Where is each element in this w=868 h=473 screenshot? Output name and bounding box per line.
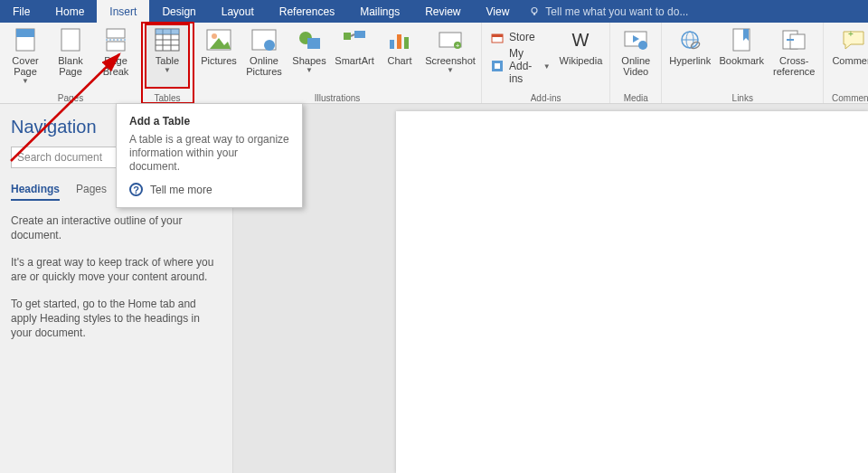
blank-page-button[interactable]: Blank Page	[49, 24, 92, 88]
comment-label: Comment	[832, 55, 868, 66]
svg-rect-23	[354, 31, 365, 38]
svg-rect-45	[790, 34, 805, 49]
wikipedia-label: Wikipedia	[560, 55, 603, 66]
store-label: Store	[509, 31, 535, 43]
svg-point-0	[532, 7, 537, 13]
navigation-body: Create an interactive outline of your do…	[11, 213, 222, 340]
smartart-button[interactable]: SmartArt	[333, 24, 376, 88]
cross-reference-icon	[779, 26, 808, 53]
lightbulb-icon	[529, 6, 540, 17]
tab-insert[interactable]: Insert	[97, 0, 149, 23]
chart-button[interactable]: Chart	[378, 24, 421, 88]
bookmark-icon	[727, 26, 756, 53]
tell-me-search[interactable]: Tell me what you want to do...	[529, 0, 688, 23]
group-media-label: Media	[614, 91, 657, 103]
wikipedia-icon: W	[566, 26, 595, 53]
page-break-button[interactable]: Page Break	[94, 24, 137, 88]
bookmark-label: Bookmark	[720, 55, 765, 66]
comment-button[interactable]: + Comment	[827, 24, 868, 88]
svg-point-37	[638, 41, 647, 50]
wikipedia-button[interactable]: W Wikipedia	[556, 24, 607, 88]
nav-hint-1: Create an interactive outline of your do…	[11, 213, 222, 242]
screenshot-icon: +	[436, 26, 465, 53]
help-icon: ?	[129, 183, 143, 196]
table-label: Table	[156, 55, 179, 66]
svg-rect-14	[156, 29, 179, 34]
tooltip-more-label: Tell me more	[150, 184, 212, 196]
svg-point-16	[212, 33, 217, 39]
tooltip-title: Add a Table	[129, 115, 289, 128]
smartart-label: SmartArt	[335, 55, 373, 66]
tab-file[interactable]: File	[0, 0, 42, 23]
tab-references[interactable]: References	[267, 0, 347, 23]
group-links: Hyperlink Bookmark Cross-reference Links	[662, 23, 824, 103]
document-page[interactable]	[396, 111, 868, 473]
group-illustrations-label: Illustrations	[197, 91, 477, 103]
svg-text:+: +	[456, 42, 460, 50]
group-links-label: Links	[665, 91, 819, 103]
tab-home[interactable]: Home	[42, 0, 97, 23]
dropdown-caret-icon: ▼	[306, 66, 313, 74]
my-addins-button[interactable]: My Add-ins ▼	[491, 47, 551, 85]
cross-reference-label: Cross-reference	[772, 55, 816, 77]
tooltip-tell-me-more[interactable]: ? Tell me more	[129, 183, 289, 196]
addins-icon	[491, 60, 504, 72]
online-pictures-icon	[250, 26, 278, 53]
hyperlink-label: Hyperlink	[669, 55, 711, 66]
group-addins-label: Add-ins	[486, 91, 606, 103]
svg-text:+: +	[848, 29, 854, 39]
pictures-button[interactable]: Pictures	[197, 24, 241, 88]
chart-icon	[385, 26, 414, 53]
group-tables-label: Tables	[146, 91, 189, 103]
ribbon-tabbar: File Home Insert Design Layout Reference…	[0, 0, 868, 23]
chart-label: Chart	[388, 55, 412, 66]
screenshot-label: Screenshot	[425, 55, 476, 66]
dropdown-caret-icon: ▼	[22, 77, 29, 85]
hyperlink-button[interactable]: Hyperlink	[665, 24, 714, 88]
hyperlink-icon	[675, 26, 704, 53]
svg-rect-5	[107, 29, 125, 38]
store-button[interactable]: Store	[491, 31, 551, 43]
group-pages: Cover Page ▼ Blank Page Page Break Pages	[0, 23, 142, 103]
smartart-icon	[340, 26, 369, 53]
svg-point-19	[264, 40, 275, 51]
my-addins-label: My Add-ins	[509, 47, 534, 85]
pictures-label: Pictures	[201, 55, 237, 66]
svg-rect-33	[495, 63, 500, 69]
group-comments: + Comment Comments	[824, 23, 868, 103]
tab-mailings[interactable]: Mailings	[347, 0, 412, 23]
nav-hint-3: To get started, go to the Home tab and a…	[11, 297, 222, 340]
pictures-icon	[204, 26, 233, 53]
tab-design[interactable]: Design	[149, 0, 208, 23]
screenshot-button[interactable]: + Screenshot ▼	[423, 24, 477, 88]
tab-view[interactable]: View	[474, 0, 523, 23]
nav-hint-2: It's a great way to keep track of where …	[11, 255, 222, 284]
page-break-icon	[101, 26, 130, 53]
tab-layout[interactable]: Layout	[209, 0, 267, 23]
online-video-icon	[621, 26, 650, 53]
table-button[interactable]: Table ▼	[146, 24, 189, 88]
tab-review[interactable]: Review	[412, 0, 473, 23]
cover-page-label: Cover Page	[7, 55, 43, 77]
cover-page-button[interactable]: Cover Page ▼	[4, 24, 47, 88]
nav-tab-pages[interactable]: Pages	[76, 183, 107, 201]
page-break-label: Page Break	[98, 55, 134, 77]
table-icon	[153, 26, 182, 53]
blank-page-icon	[56, 26, 85, 53]
online-video-button[interactable]: Online Video	[614, 24, 657, 88]
online-pictures-button[interactable]: Online Pictures	[242, 24, 286, 88]
store-icon	[491, 31, 504, 43]
svg-rect-24	[390, 40, 394, 49]
cross-reference-button[interactable]: Cross-reference	[769, 24, 819, 88]
blank-page-label: Blank Page	[52, 55, 89, 77]
shapes-icon	[295, 26, 324, 53]
cover-page-icon	[11, 26, 40, 53]
group-illustrations: Pictures Online Pictures Shapes ▼ SmartA…	[193, 23, 482, 103]
group-tables: Table ▼ Tables	[142, 23, 193, 103]
group-pages-label: Pages	[4, 91, 137, 103]
shapes-button[interactable]: Shapes ▼	[288, 24, 331, 88]
svg-text:W: W	[572, 30, 590, 50]
document-canvas[interactable]	[233, 104, 868, 473]
nav-tab-headings[interactable]: Headings	[11, 183, 60, 201]
bookmark-button[interactable]: Bookmark	[716, 24, 767, 88]
